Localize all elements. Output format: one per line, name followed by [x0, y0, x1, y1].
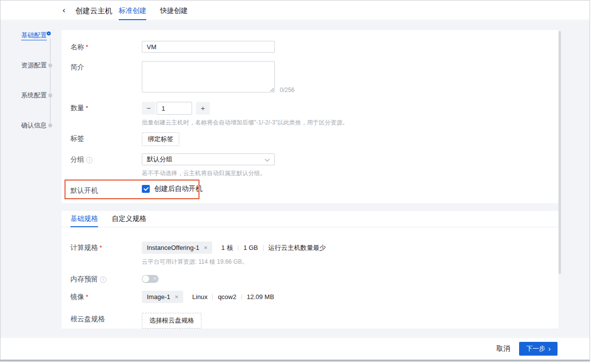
- root-disk-label: 根云盘规格: [70, 313, 105, 325]
- memory-reserve-label: 内存预留i: [70, 273, 106, 285]
- chevron-right-icon: ›: [548, 345, 551, 352]
- checkbox-checked-icon[interactable]: [142, 185, 150, 193]
- image-format-detail: qcow2: [218, 293, 236, 301]
- page-title: 创建云主机: [75, 6, 112, 16]
- power-on-label: 默认开机: [70, 184, 98, 196]
- cancel-button[interactable]: 取消: [496, 344, 510, 353]
- remove-chip-icon[interactable]: ×: [204, 244, 208, 251]
- char-counter: 0/256: [280, 87, 295, 93]
- page-footer: 取消 下一步›: [0, 337, 590, 360]
- auto-power-on-option[interactable]: 创建后自动开机: [142, 184, 202, 193]
- remove-chip-icon[interactable]: ×: [175, 294, 179, 300]
- step-indicator: [48, 63, 52, 67]
- spec-card: 基础规格 自定义规格 计算规格* InstanceOffering-1× 1 核…: [62, 211, 558, 329]
- tag-label: 标签: [70, 132, 84, 144]
- toggle-off-icon: ×: [153, 275, 156, 283]
- name-label: 名称*: [70, 41, 88, 53]
- page-body: 基础配置 资源配置 系统配置 确认信息 名称* 简介 0/256: [0, 21, 590, 337]
- divider: [238, 245, 238, 251]
- info-icon[interactable]: i: [100, 276, 106, 283]
- wizard-steps: 基础配置 资源配置 系统配置 确认信息: [0, 21, 62, 337]
- required-mark: *: [86, 293, 88, 301]
- name-input[interactable]: [142, 41, 275, 53]
- step-system-config[interactable]: 系统配置: [21, 91, 47, 99]
- step-resource-config[interactable]: 资源配置: [21, 61, 47, 69]
- basic-config-card: 名称* 简介 0/256 数量* − +: [62, 30, 558, 203]
- group-hint: 若不手动选择，云主机将自动归属至默认分组。: [142, 169, 275, 178]
- image-chip: Image-1×: [142, 291, 183, 303]
- plus-button[interactable]: +: [196, 102, 210, 115]
- compute-resource-hint: 云平台可用计算资源: 114 核 19.66 GB。: [142, 258, 326, 266]
- quantity-input[interactable]: [157, 102, 192, 115]
- image-size-detail: 12.09 MB: [247, 293, 274, 301]
- tab-standard-create[interactable]: 标准创建: [119, 0, 146, 20]
- strategy-detail: 运行云主机数量最少: [268, 243, 326, 252]
- select-root-disk-button[interactable]: 选择根云盘规格: [142, 313, 201, 329]
- chevron-down-icon: [265, 157, 270, 162]
- description-textarea[interactable]: [142, 61, 275, 92]
- create-vm-page: ‹ 创建云主机 标准创建 快捷创建 基础配置 资源配置 系统配置 确认信息 名称…: [0, 0, 590, 362]
- image-label: 镜像*: [70, 291, 88, 303]
- divider: [212, 294, 213, 300]
- info-icon[interactable]: i: [86, 157, 93, 163]
- compute-offering-label: 计算规格*: [70, 242, 102, 254]
- step-indicator-active: [47, 31, 51, 35]
- required-mark: *: [86, 104, 88, 112]
- group-select-value: 默认分组: [147, 154, 172, 165]
- spec-tabs: 基础规格 自定义规格: [62, 211, 558, 227]
- group-select[interactable]: 默认分组: [142, 153, 275, 165]
- next-step-button[interactable]: 下一步›: [519, 342, 558, 356]
- step-connector-line: [50, 38, 51, 126]
- create-mode-tabs: 标准创建 快捷创建: [119, 0, 188, 20]
- divider: [263, 245, 263, 251]
- tab-quick-create[interactable]: 快捷创建: [160, 0, 188, 20]
- minus-button[interactable]: −: [142, 102, 156, 115]
- required-mark: *: [99, 244, 102, 251]
- memory-detail: 1 GB: [243, 244, 258, 251]
- auto-power-on-checkbox-label: 创建后自动开机: [154, 184, 202, 193]
- description-label: 简介: [70, 61, 84, 73]
- page-header: ‹ 创建云主机 标准创建 快捷创建: [0, 0, 590, 20]
- cpu-detail: 1 核: [221, 243, 233, 252]
- quantity-hint: 批量创建云主机时，名称将会自动增加后缀"-1/-2/-3"以此类推，用于区分资源…: [142, 119, 348, 127]
- quantity-stepper: − +: [142, 102, 348, 115]
- tab-custom-spec[interactable]: 自定义规格: [112, 211, 146, 227]
- image-os-detail: Linux: [192, 293, 207, 301]
- memory-reserve-toggle[interactable]: ×: [142, 275, 159, 283]
- divider: [241, 294, 242, 300]
- scrollbar-thumb[interactable]: [558, 31, 561, 274]
- step-basic-config[interactable]: 基础配置: [21, 31, 47, 40]
- step-indicator: [48, 123, 52, 127]
- required-mark: *: [86, 43, 88, 51]
- bind-tag-button[interactable]: 绑定标签: [142, 132, 179, 146]
- step-indicator: [48, 93, 52, 97]
- tab-basic-spec[interactable]: 基础规格: [70, 211, 98, 227]
- step-confirm-info[interactable]: 确认信息: [21, 121, 47, 129]
- group-label: 分组i: [70, 153, 93, 165]
- back-icon[interactable]: ‹: [63, 5, 66, 16]
- quantity-label: 数量*: [70, 102, 88, 114]
- toggle-knob: [142, 275, 149, 282]
- compute-offering-chip: InstanceOffering-1×: [142, 242, 212, 254]
